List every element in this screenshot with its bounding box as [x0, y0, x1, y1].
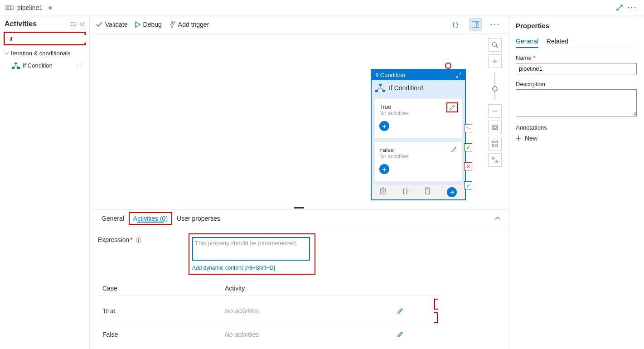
svg-rect-6 [12, 67, 15, 69]
if-condition-node[interactable]: If Condition If Condition1 [371, 69, 466, 200]
svg-line-25 [492, 157, 494, 159]
debug-button[interactable]: Debug [135, 21, 162, 28]
expand-node-icon[interactable] [456, 73, 461, 78]
true-sublabel: No activities [379, 110, 457, 116]
autolayout-button[interactable] [488, 137, 502, 150]
add-true-activity-button[interactable]: + [379, 121, 389, 131]
collapse-fullscreen-button[interactable] [488, 153, 502, 167]
panel-splitter[interactable] [90, 206, 508, 209]
svg-rect-35 [426, 189, 430, 194]
expression-input[interactable] [192, 237, 310, 261]
svg-rect-22 [496, 141, 498, 143]
expression-label: Expression* i [98, 233, 189, 243]
pipeline-icon [5, 5, 14, 11]
delete-node-button[interactable] [380, 187, 386, 197]
canvas-search-button[interactable] [488, 38, 502, 52]
props-tab-general[interactable]: General [516, 35, 538, 48]
canvas-toolbar: Validate Debug Add trigger { } ··· [90, 15, 508, 34]
svg-point-14 [493, 43, 497, 47]
activity-label: If Condition [23, 62, 53, 69]
edit-false-branch-button[interactable] [450, 145, 458, 154]
activities-panel: Activities Iteration & conditionals [0, 15, 90, 349]
check-icon [96, 22, 102, 27]
category-iteration[interactable]: Iteration & conditionals [5, 50, 85, 57]
node-json-button[interactable]: { } [402, 187, 408, 197]
description-input[interactable] [516, 89, 637, 116]
svg-rect-10 [472, 21, 479, 28]
node-header[interactable]: If Condition [372, 70, 465, 80]
name-input[interactable] [516, 63, 637, 74]
col-case: Case [98, 281, 220, 296]
svg-rect-20 [494, 126, 496, 128]
true-label: True [379, 103, 457, 110]
description-label: Description [516, 81, 637, 87]
zoom-in-button[interactable] [488, 54, 502, 68]
svg-rect-19 [492, 125, 498, 130]
svg-rect-7 [17, 67, 20, 69]
category-label: Iteration & conditionals [11, 50, 71, 57]
more-icon[interactable]: ··· [626, 1, 639, 14]
run-node-button[interactable] [447, 187, 457, 197]
tab-activities-highlight: Activities (0) [129, 212, 172, 225]
add-false-activity-button[interactable]: + [379, 164, 389, 174]
zoom-controls [488, 38, 502, 167]
collapse-panel-icon[interactable] [79, 21, 85, 27]
properties-toggle-button[interactable] [469, 18, 482, 31]
svg-rect-30 [381, 189, 385, 194]
edit-true-case-button[interactable] [397, 299, 438, 323]
false-sublabel: No activities [379, 153, 457, 160]
svg-rect-0 [5, 6, 8, 10]
activity-detail-panel: General Activities (0) User properties [90, 209, 508, 349]
collapse-detail-icon[interactable] [494, 216, 501, 221]
edit-false-case-button[interactable] [397, 331, 438, 338]
svg-rect-27 [379, 84, 382, 86]
pipeline-title: pipeline1 [17, 4, 43, 11]
activity-if-condition[interactable]: If Condition ⋮⋮ [4, 59, 86, 72]
play-icon [135, 21, 140, 28]
drag-grip-icon: ⋮⋮ [74, 62, 84, 69]
expand-all-icon[interactable] [70, 21, 77, 27]
svg-line-26 [496, 161, 498, 163]
svg-rect-5 [15, 63, 17, 64]
svg-rect-21 [492, 141, 494, 143]
true-branch: True No activities + [374, 98, 462, 139]
connector-skip[interactable] [464, 124, 472, 132]
add-trigger-button[interactable]: Add trigger [169, 21, 209, 28]
properties-panel: Properties General Related Name * Descri… [508, 15, 644, 349]
zoom-slider-thumb[interactable] [492, 86, 498, 92]
tab-general[interactable]: General [97, 211, 129, 226]
zoom-out-button[interactable] [488, 104, 502, 118]
properties-heading: Properties [516, 22, 637, 29]
edit-true-branch-button[interactable] [446, 102, 458, 112]
add-dynamic-content-link[interactable]: Add dynamic content [Alt+Shift+D] [192, 265, 312, 271]
zoom-slider[interactable] [494, 73, 495, 100]
tab-activities[interactable]: Activities (0) [133, 215, 168, 222]
svg-rect-1 [8, 6, 10, 10]
connector-failure[interactable]: ✕ [464, 162, 472, 170]
false-label: False [379, 146, 457, 153]
plus-icon [516, 136, 521, 141]
fit-screen-button[interactable] [488, 121, 502, 134]
validate-button[interactable]: Validate [96, 21, 128, 28]
expand-icon[interactable] [613, 1, 626, 14]
titlebar: pipeline1 ● ··· [0, 0, 644, 15]
trigger-icon [169, 21, 175, 28]
info-icon[interactable]: i [136, 238, 141, 243]
design-canvas[interactable]: If Condition If Condition1 [90, 34, 508, 349]
tab-user-properties[interactable]: User properties [172, 211, 225, 226]
unsaved-indicator: ● [48, 4, 53, 12]
activity-search[interactable] [5, 33, 85, 44]
connector-completion[interactable]: ✓ [464, 181, 472, 189]
node-connectors: ✓ ✕ ✓ [464, 124, 472, 189]
copy-node-button[interactable] [424, 187, 431, 197]
toolbar-more-icon[interactable]: ··· [489, 18, 502, 31]
if-condition-icon [12, 63, 20, 69]
svg-rect-24 [496, 145, 498, 146]
svg-line-15 [496, 46, 498, 48]
status-indicator [445, 63, 451, 69]
search-input[interactable] [8, 35, 87, 43]
new-annotation-button[interactable]: New [516, 135, 637, 142]
json-view-button[interactable]: { } [449, 18, 462, 31]
props-tab-related[interactable]: Related [547, 35, 568, 48]
connector-success[interactable]: ✓ [464, 143, 472, 151]
